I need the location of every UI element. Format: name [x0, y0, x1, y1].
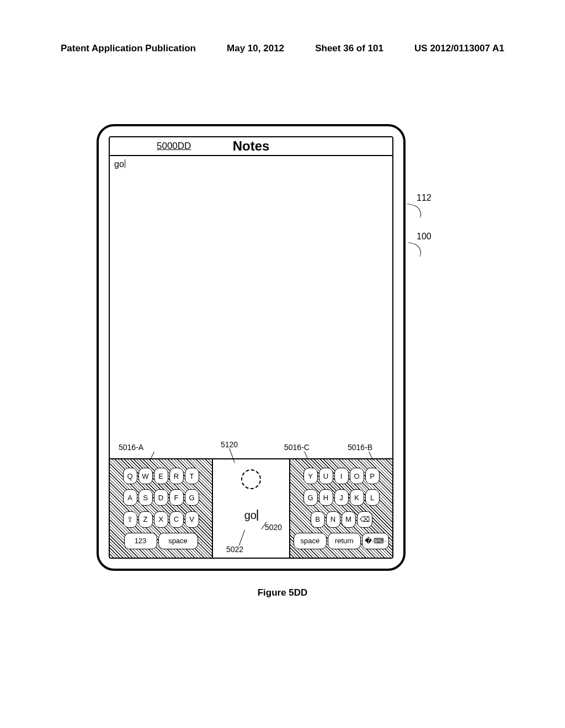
figure-caption: Figure 5DD: [0, 587, 565, 598]
leader-line-icon: [406, 242, 423, 257]
center-preview-text: go: [244, 509, 258, 522]
leader-line-icon: [404, 203, 423, 218]
key-123[interactable]: 123: [124, 533, 157, 549]
center-cursor-icon: [257, 510, 258, 521]
header-pubno: US 2012/0113007 A1: [414, 43, 504, 54]
header-sheet: Sheet 36 of 101: [315, 43, 383, 54]
header-left: Patent Application Publication: [61, 43, 196, 54]
key-y[interactable]: Y: [303, 468, 318, 484]
figure-ref: 5000DD: [157, 141, 191, 152]
ref-5016c: 5016-C: [284, 443, 310, 452]
key-u[interactable]: U: [319, 468, 333, 484]
keyboard-center-input[interactable]: go: [212, 459, 290, 558]
key-v[interactable]: V: [185, 511, 199, 528]
key-m[interactable]: M: [342, 511, 356, 528]
split-keyboard: Q W E R T A S D F G ⇧ Z: [110, 458, 392, 558]
key-t[interactable]: T: [185, 468, 199, 484]
key-q[interactable]: Q: [123, 468, 137, 484]
key-return[interactable]: return: [328, 533, 361, 549]
key-p[interactable]: P: [365, 468, 380, 484]
page-header: Patent Application Publication May 10, 2…: [0, 43, 565, 54]
key-space-right[interactable]: space: [294, 533, 327, 549]
key-o[interactable]: O: [350, 468, 364, 484]
key-h[interactable]: H: [319, 489, 333, 506]
key-d[interactable]: D: [154, 489, 168, 506]
key-k[interactable]: K: [350, 489, 364, 506]
ref-112: 112: [417, 193, 431, 203]
ref-5016b: 5016-B: [348, 443, 372, 452]
keyboard-left-half: Q W E R T A S D F G ⇧ Z: [110, 459, 212, 558]
app-title: Notes: [233, 138, 270, 154]
key-keyboard-toggle[interactable]: �·⌨·: [362, 533, 389, 549]
title-bar: 5000DD Notes: [110, 137, 392, 156]
key-e[interactable]: E: [154, 468, 168, 484]
key-space-left[interactable]: space: [158, 533, 198, 549]
device-frame: 5000DD Notes go Q W E R T A: [97, 124, 406, 571]
gesture-circle-icon: [241, 469, 261, 489]
ref-100: 100: [417, 232, 431, 242]
keyboard-right-half: Y U I O P G H J K L B N: [290, 459, 392, 558]
key-s[interactable]: S: [138, 489, 153, 506]
text-cursor-icon: [125, 159, 126, 168]
key-z[interactable]: Z: [138, 511, 153, 528]
key-b[interactable]: B: [311, 511, 325, 528]
key-j[interactable]: J: [334, 489, 349, 506]
key-g2[interactable]: G: [303, 489, 318, 506]
text-input-area[interactable]: go: [110, 156, 392, 458]
ref-5020: 5020: [265, 523, 282, 532]
key-shift[interactable]: ⇧: [123, 511, 137, 528]
key-n[interactable]: N: [326, 511, 340, 528]
ref-5022: 5022: [226, 545, 243, 554]
typed-text: go: [114, 159, 124, 169]
key-w[interactable]: W: [138, 468, 153, 484]
touch-screen: 5000DD Notes go Q W E R T A: [109, 136, 393, 559]
ref-5016a: 5016-A: [119, 443, 143, 452]
header-date: May 10, 2012: [227, 43, 284, 54]
key-f[interactable]: F: [169, 489, 184, 506]
key-g[interactable]: G: [185, 489, 199, 506]
key-x[interactable]: X: [154, 511, 168, 528]
center-preview-value: go: [244, 509, 257, 521]
key-l[interactable]: L: [365, 489, 380, 506]
key-i[interactable]: I: [334, 468, 349, 484]
key-a[interactable]: A: [123, 489, 137, 506]
key-c[interactable]: C: [169, 511, 184, 528]
key-backspace[interactable]: ⌫: [357, 511, 372, 528]
key-r[interactable]: R: [169, 468, 184, 484]
